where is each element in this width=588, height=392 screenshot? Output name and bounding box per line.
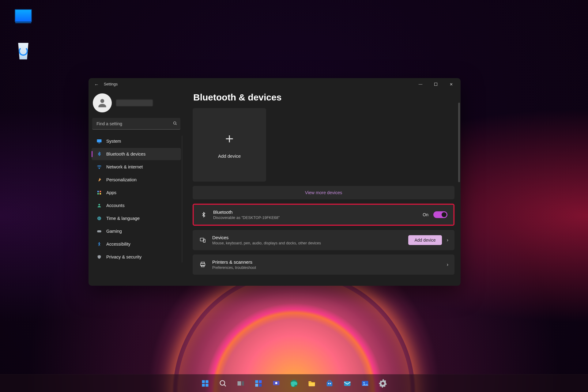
svg-point-0 — [100, 99, 104, 103]
page-title: Bluetooth & devices — [193, 92, 454, 103]
taskbar-start[interactable] — [198, 376, 213, 391]
maximize-button[interactable] — [428, 78, 443, 90]
svg-line-25 — [224, 384, 226, 386]
store-icon — [325, 379, 334, 388]
svg-rect-37 — [328, 383, 329, 384]
svg-point-10 — [98, 204, 100, 205]
devices-row[interactable]: Devices Mouse, keyboard, pen, audio, dis… — [193, 230, 454, 250]
sidebar-item-label: Gaming — [106, 229, 122, 234]
bluetooth-toggle-row[interactable]: Bluetooth Discoverable as "DESKTOP-19FKE… — [193, 204, 454, 226]
chevron-right-icon: › — [447, 262, 448, 267]
bluetooth-subtitle: Discoverable as "DESKTOP-19FKE68" — [213, 216, 280, 220]
view-more-label: View more devices — [305, 190, 342, 195]
sidebar-item-label: Privacy & security — [106, 254, 141, 259]
taskbar-widgets[interactable] — [251, 376, 266, 391]
printers-row[interactable]: Printers & scanners Preferences, trouble… — [193, 254, 454, 275]
sidebar-item-label: Personalization — [106, 177, 137, 182]
settings-window: ← Settings — ✕ — [89, 78, 461, 286]
wifi-icon — [96, 164, 102, 170]
profile-block[interactable] — [90, 92, 182, 118]
svg-rect-27 — [242, 381, 244, 386]
taskbar-store[interactable] — [322, 376, 337, 391]
svg-point-33 — [275, 382, 277, 384]
bluetooth-icon — [96, 151, 102, 157]
svg-rect-19 — [201, 265, 204, 267]
svg-rect-39 — [344, 381, 351, 386]
search-input[interactable] — [92, 118, 180, 130]
main-content: Bluetooth & devices ＋ Add device View mo… — [184, 90, 461, 286]
sidebar-item-privacy[interactable]: Privacy & security — [92, 251, 181, 263]
sidebar-item-label: Network & internet — [106, 164, 143, 169]
chevron-right-icon: › — [447, 237, 448, 243]
bluetooth-toggle[interactable] — [433, 211, 447, 218]
svg-rect-36 — [328, 380, 331, 382]
sidebar-item-label: Time & language — [106, 216, 140, 221]
widgets-icon — [254, 379, 263, 388]
scrollbar[interactable] — [458, 103, 460, 182]
grid-icon — [96, 190, 102, 195]
svg-rect-20 — [202, 380, 205, 383]
edge-icon — [290, 379, 298, 388]
sidebar-item-bluetooth[interactable]: Bluetooth & devices — [92, 148, 181, 160]
add-device-card[interactable]: ＋ Add device — [193, 108, 266, 182]
add-device-button[interactable]: Add device — [408, 235, 442, 245]
svg-rect-28 — [255, 380, 258, 383]
plus-icon: ＋ — [223, 131, 236, 145]
sidebar-item-time-language[interactable]: Time & language — [92, 212, 181, 224]
recycle-bin-icon — [17, 43, 30, 59]
sidebar-item-system[interactable]: System — [92, 135, 181, 147]
svg-rect-7 — [100, 191, 101, 192]
svg-rect-4 — [98, 143, 100, 143]
titlebar[interactable]: ← Settings — ✕ — [89, 78, 461, 90]
sidebar-item-network[interactable]: Network & internet — [92, 161, 181, 173]
devices-subtitle: Mouse, keyboard, pen, audio, displays an… — [212, 241, 321, 245]
globe-icon — [96, 216, 102, 221]
svg-rect-6 — [97, 191, 99, 192]
printer-icon — [199, 261, 207, 268]
svg-rect-9 — [100, 193, 101, 194]
profile-name-redacted — [116, 100, 153, 106]
taskbar-taskview[interactable] — [233, 376, 248, 391]
taskbar-settings[interactable] — [375, 376, 390, 391]
sidebar-item-gaming[interactable]: Gaming — [92, 225, 181, 237]
taskbar-search[interactable] — [215, 376, 231, 391]
sidebar-item-personalization[interactable]: Personalization — [92, 174, 181, 186]
gamepad-icon — [96, 228, 102, 234]
desktop-icon-recycle-bin[interactable] — [9, 43, 38, 61]
taskbar-chat[interactable] — [269, 376, 284, 391]
devices-title: Devices — [212, 235, 321, 240]
bluetooth-icon — [200, 212, 208, 218]
shield-icon — [96, 254, 102, 260]
svg-rect-8 — [97, 193, 99, 194]
back-button[interactable]: ← — [92, 82, 101, 87]
sidebar-item-accounts[interactable]: Accounts — [92, 199, 181, 212]
taskbar-photos[interactable] — [357, 376, 373, 391]
svg-point-1 — [174, 122, 176, 124]
desktop-icon-this-pc[interactable] — [9, 9, 38, 23]
svg-point-41 — [363, 382, 365, 383]
sidebar-nav: System Bluetooth & devices Network & int… — [90, 134, 182, 264]
photos-icon — [361, 379, 369, 388]
sidebar-item-label: Accounts — [106, 203, 125, 208]
svg-rect-30 — [255, 384, 258, 386]
sidebar-item-apps[interactable]: Apps — [92, 187, 181, 199]
minimize-button[interactable]: — — [413, 78, 428, 90]
avatar — [93, 93, 112, 112]
sidebar-item-label: Accessibility — [106, 242, 130, 247]
taskbar-mail[interactable] — [340, 376, 355, 391]
gear-icon — [379, 379, 387, 388]
devices-icon — [199, 237, 207, 243]
sidebar-item-label: System — [106, 139, 121, 144]
sidebar-item-label: Apps — [106, 190, 116, 195]
chat-icon — [272, 379, 281, 388]
svg-rect-21 — [205, 380, 208, 383]
taskbar-explorer[interactable] — [304, 376, 319, 391]
svg-rect-29 — [259, 380, 262, 383]
sidebar-divider — [182, 136, 182, 262]
svg-point-14 — [99, 242, 100, 243]
sidebar-item-accessibility[interactable]: Accessibility — [92, 238, 181, 250]
view-more-devices-button[interactable]: View more devices — [193, 186, 454, 199]
printers-subtitle: Preferences, troubleshoot — [212, 266, 256, 270]
taskbar-edge[interactable] — [286, 376, 302, 391]
close-button[interactable]: ✕ — [443, 78, 459, 90]
